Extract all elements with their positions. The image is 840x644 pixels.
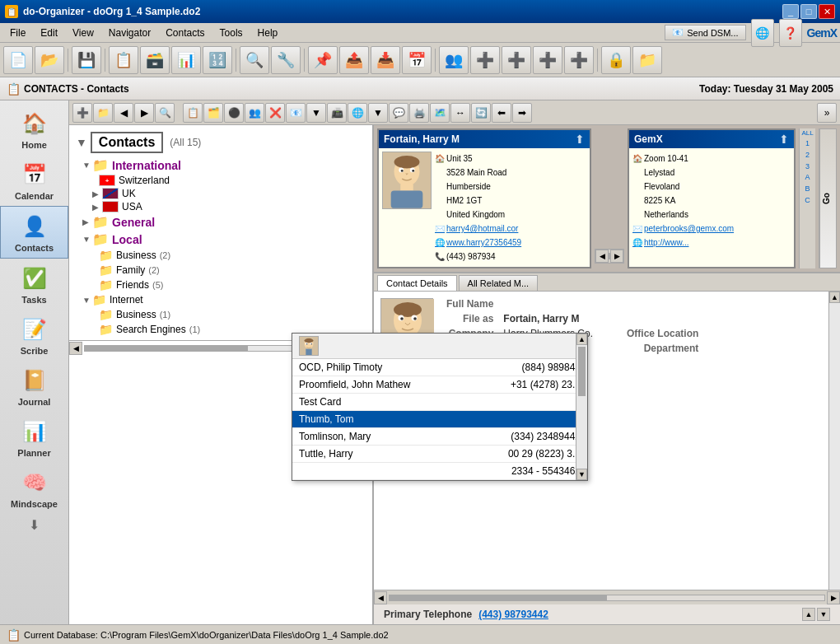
import-button[interactable]: 📥	[371, 46, 400, 74]
go-button[interactable]: Go	[819, 128, 837, 268]
sidebar-item-planner[interactable]: 📊 Planner	[0, 412, 68, 463]
stb-prev[interactable]: ⬅	[492, 103, 511, 123]
minimize-button[interactable]: _	[782, 4, 799, 19]
sidebar-item-calendar[interactable]: 📅 Calendar	[0, 155, 68, 206]
stb-print[interactable]: 🖨️	[409, 103, 429, 123]
view-table-button[interactable]: 📊	[171, 46, 201, 74]
uk-toggle[interactable]: ▶	[92, 189, 102, 198]
tree-uk[interactable]: ▶ UK	[69, 187, 372, 200]
usa-label[interactable]: USA	[122, 201, 142, 212]
general-label[interactable]: General	[112, 216, 155, 229]
folder-button[interactable]: 📁	[632, 46, 662, 74]
menu-navigator[interactable]: Navigator	[102, 26, 157, 40]
stb-view2[interactable]: 🗂️	[203, 103, 223, 123]
stb-dot[interactable]: ⚫	[224, 103, 244, 123]
add-btn2[interactable]: ➕	[502, 46, 531, 74]
stb-back[interactable]: ◀	[114, 103, 133, 123]
close-button[interactable]: ✕	[819, 4, 835, 19]
alpha-A[interactable]: A	[800, 172, 815, 184]
pin-button[interactable]: 📌	[308, 46, 338, 74]
main-hscroll-left[interactable]: ◀	[374, 591, 387, 604]
harry-web[interactable]: www.harry27356459	[446, 236, 521, 250]
stb-chat[interactable]: 💬	[389, 103, 408, 123]
friends-label[interactable]: Friends	[116, 279, 149, 291]
add-btn4[interactable]: ➕	[564, 46, 594, 74]
menu-tools[interactable]: Tools	[213, 26, 250, 40]
card-nav-left[interactable]: ◀	[595, 250, 609, 263]
view-cards-button[interactable]: 🗃️	[140, 46, 170, 74]
nav-more[interactable]: ⬇	[0, 514, 68, 536]
alpha-1[interactable]: 1	[800, 138, 815, 150]
tree-family[interactable]: 📁 Family (2)	[69, 263, 372, 278]
tel-scroll-down[interactable]: ▼	[817, 608, 830, 621]
stb-email[interactable]: 📧	[286, 103, 306, 123]
tree-international-header[interactable]: ▼ 📁 International	[69, 156, 372, 174]
uk-label[interactable]: UK	[122, 188, 136, 199]
dropdown-row-test[interactable]: Test Card	[374, 394, 587, 411]
card-nav-right[interactable]: ▶	[610, 250, 623, 263]
alpha-2[interactable]: 2	[800, 150, 815, 161]
internet-label[interactable]: Internet	[110, 294, 143, 306]
international-label[interactable]: International	[112, 159, 181, 172]
tree-business[interactable]: 📁 Business (2)	[69, 248, 372, 263]
general-toggle[interactable]: ▶	[82, 217, 92, 226]
stb-view1[interactable]: 📋	[183, 103, 203, 123]
dropdown-scroll-up[interactable]: ▲	[576, 334, 587, 345]
menu-contacts[interactable]: Contacts	[159, 26, 211, 40]
tree-internet-header[interactable]: ▼ 📁 Internet	[69, 292, 372, 307]
stb-web[interactable]: 🌐	[348, 103, 367, 123]
dropdown-row-thumb[interactable]: Thumb, Tom	[374, 411, 587, 428]
stb-forward[interactable]: ▶	[134, 103, 154, 123]
dropdown-row-tomlinson[interactable]: Tomlinson, Mary (334) 23489442	[374, 428, 587, 446]
stb-search[interactable]: 🔍	[155, 103, 175, 123]
view-list-button[interactable]: 📋	[109, 46, 138, 74]
stb-dropdown[interactable]: ▼	[306, 103, 326, 123]
maximize-button[interactable]: □	[800, 4, 817, 19]
export-button[interactable]: 📤	[339, 46, 369, 74]
help-button[interactable]: ❓	[779, 19, 802, 47]
sidebar-item-mindscape[interactable]: 🧠 Mindscape	[0, 463, 68, 514]
tree-switzerland[interactable]: + Switzerland	[69, 174, 372, 187]
contact-dropdown-list[interactable]: OCD, Philip Timoty (884) 989845 Proomfie…	[374, 333, 588, 481]
tree-general-header[interactable]: ▶ 📁 General	[69, 213, 372, 231]
tab-contact-details[interactable]: Contact Details	[377, 275, 457, 291]
alpha-3[interactable]: 3	[800, 161, 815, 173]
harry-email-row[interactable]: ✉️ harry4@hotmail.cor	[435, 222, 521, 236]
dropdown-row-ocd[interactable]: OCD, Philip Timoty (884) 989845	[374, 359, 587, 376]
tree-local-header[interactable]: ▼ 📁 Local	[69, 231, 372, 248]
sidebar-item-tasks[interactable]: ✅ Tasks	[0, 259, 68, 310]
stb-refresh[interactable]: 🔄	[471, 103, 491, 123]
details-scroll-up[interactable]: ▲	[829, 292, 840, 303]
contacts-root-item[interactable]: ▼ Contacts (All 15)	[69, 128, 372, 156]
switzerland-label[interactable]: Switzerland	[119, 175, 170, 186]
internet-business-label[interactable]: Business	[116, 309, 156, 320]
local-label[interactable]: Local	[112, 233, 142, 246]
save-button[interactable]: 💾	[72, 46, 101, 74]
international-toggle[interactable]: ▼	[82, 161, 92, 170]
primary-tel-value[interactable]: (443) 98793442	[478, 609, 548, 620]
alpha-C[interactable]: C	[800, 195, 815, 207]
gemx-email[interactable]: peterbrooks@gemx.com	[644, 222, 734, 236]
menu-edit[interactable]: Edit	[34, 26, 64, 40]
stb-contact-del[interactable]: ❌	[265, 103, 285, 123]
harry-web-row[interactable]: 🌐 www.harry27356459	[435, 236, 521, 250]
send-dsm-button[interactable]: 📧 Send DSM...	[665, 25, 745, 40]
sidebar-item-journal[interactable]: 📔 Journal	[0, 361, 68, 412]
harry-email[interactable]: harry4@hotmail.cor	[446, 222, 518, 236]
dropdown-row-last[interactable]: 2334 - 5543462	[374, 463, 587, 480]
stb-new[interactable]: ➕	[72, 103, 92, 123]
stb-folder[interactable]: 📁	[93, 103, 113, 123]
search-engines-label[interactable]: Search Engines	[116, 324, 186, 335]
menu-help[interactable]: Help	[251, 26, 285, 40]
business-label[interactable]: Business	[116, 250, 156, 261]
stb-right-more[interactable]: »	[817, 103, 837, 123]
stb-fax[interactable]: 📠	[327, 103, 347, 123]
stb-next[interactable]: ➡	[512, 103, 532, 123]
dropdown-row-proomfield[interactable]: Proomfield, John Mathew +31 (4278) 23...	[374, 376, 587, 394]
new-button[interactable]: 📄	[3, 46, 33, 74]
internet-toggle[interactable]: ▼	[82, 296, 92, 305]
contacts-btn2[interactable]: 👥	[439, 46, 469, 74]
alpha-B[interactable]: B	[800, 184, 815, 195]
gemx-web[interactable]: http://www...	[644, 236, 688, 250]
dropdown-row-tuttle[interactable]: Tuttle, Harry 00 29 (8223) 3...	[374, 446, 587, 463]
